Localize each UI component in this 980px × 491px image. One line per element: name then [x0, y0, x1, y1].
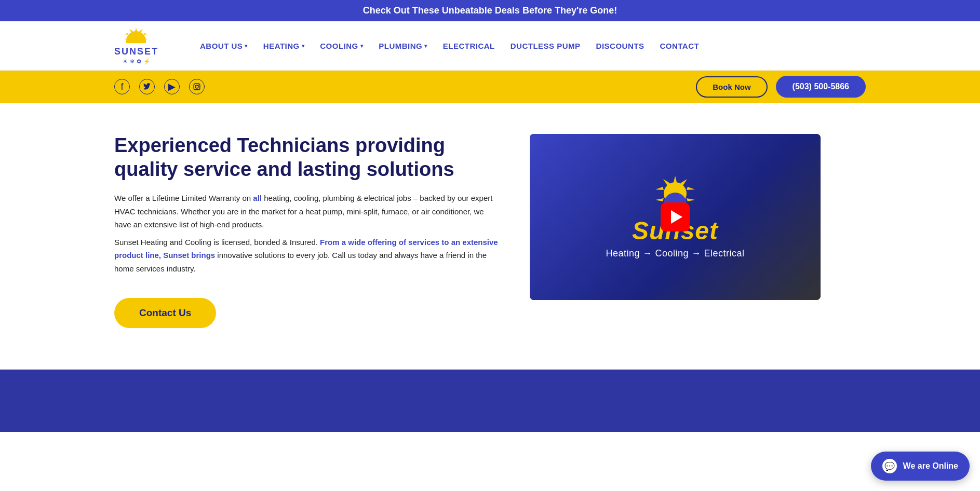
content-left: Experienced Technicians providing qualit…: [114, 134, 499, 328]
hero-title: Experienced Technicians providing qualit…: [114, 134, 499, 181]
hero-body-1: We offer a Lifetime Limited Warranty on …: [114, 192, 499, 231]
top-banner: Check Out These Unbeatable Deals Before …: [0, 0, 980, 21]
nav-heating-arrow: ▾: [302, 43, 305, 49]
facebook-icon[interactable]: f: [114, 79, 130, 94]
logo-icon-sun: ☀: [123, 58, 128, 65]
book-now-button[interactable]: Book Now: [696, 76, 767, 98]
svg-marker-2: [144, 33, 148, 35]
main-nav: ABOUT US ▾ HEATING ▾ COOLING ▾ PLUMBING …: [200, 42, 699, 50]
social-icons: f ▶: [114, 79, 205, 94]
svg-marker-13: [687, 187, 695, 190]
logo-icon-bolt: ⚡: [143, 58, 151, 65]
twitter-icon[interactable]: [139, 79, 155, 94]
svg-marker-14: [687, 198, 695, 201]
logo-icon-drop: ✿: [137, 58, 141, 65]
svg-marker-0: [135, 28, 137, 32]
video-play-button[interactable]: [661, 202, 690, 231]
video-tagline-text: Heating → Cooling → Electrical: [606, 248, 744, 258]
video-container[interactable]: Sunset Heating → Cooling → Electrical: [530, 134, 821, 300]
contact-us-button[interactable]: Contact Us: [114, 298, 216, 328]
instagram-icon[interactable]: [189, 79, 205, 94]
svg-marker-17: [655, 198, 664, 201]
nav-cooling-arrow: ▾: [360, 43, 364, 49]
nav-discounts[interactable]: DISCOUNTS: [596, 42, 645, 50]
hero-link-wide: From a wide offering of services to an e…: [114, 238, 498, 260]
phone-button[interactable]: (503) 500-5866: [776, 76, 866, 98]
nav-about-us-arrow: ▾: [245, 43, 248, 49]
banner-text: Check Out These Unbeatable Deals Before …: [363, 5, 617, 16]
video-tagline: Heating → Cooling → Electrical: [606, 248, 744, 259]
content-right: Sunset Heating → Cooling → Electrical: [530, 134, 821, 300]
hero-link-all: all: [253, 194, 262, 202]
svg-point-9: [195, 85, 198, 88]
nav-plumbing[interactable]: PLUMBING ▾: [379, 42, 427, 50]
svg-marker-5: [124, 33, 128, 35]
logo-icon-snow: ❄: [130, 58, 135, 65]
nav-plumbing-arrow: ▾: [424, 43, 427, 49]
svg-rect-7: [126, 41, 146, 43]
hero-body-2: Sunset Heating and Cooling is licensed, …: [114, 236, 499, 276]
logo-icons: ☀ ❄ ✿ ⚡: [123, 58, 151, 65]
footer-overlay: [0, 370, 980, 432]
nav-about-us[interactable]: ABOUT US ▾: [200, 42, 248, 50]
logo-brand-text: SUNSET: [114, 46, 158, 57]
header-buttons: Book Now (503) 500-5866: [696, 76, 866, 98]
sub-header: f ▶ Book Now (503) 500-5866: [0, 71, 980, 103]
header: SUNSET ☀ ❄ ✿ ⚡ ABOUT US ▾ HEATING ▾ COOL…: [0, 21, 980, 71]
play-triangle-icon: [671, 210, 682, 224]
footer-area: [0, 370, 980, 432]
logo[interactable]: SUNSET ☀ ❄ ✿ ⚡: [114, 26, 158, 65]
logo-sun-icon: [122, 26, 151, 46]
youtube-icon[interactable]: ▶: [164, 79, 180, 94]
nav-cooling[interactable]: COOLING ▾: [320, 42, 363, 50]
svg-rect-8: [194, 84, 200, 90]
main-content: Experienced Technicians providing qualit…: [0, 103, 980, 370]
nav-contact[interactable]: CONTACT: [660, 42, 699, 50]
nav-ductless-pump[interactable]: DUCTLESS PUMP: [511, 42, 581, 50]
nav-electrical[interactable]: ELECTRICAL: [443, 42, 495, 50]
nav-heating[interactable]: HEATING ▾: [263, 42, 304, 50]
svg-marker-16: [655, 187, 664, 190]
svg-point-10: [198, 85, 199, 86]
